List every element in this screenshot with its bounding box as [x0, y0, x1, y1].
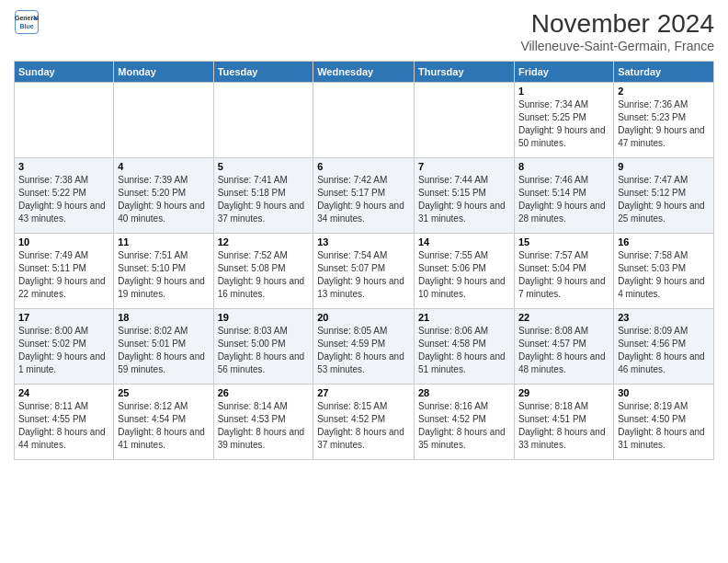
calendar-cell: 29Sunrise: 8:18 AM Sunset: 4:51 PM Dayli… [514, 385, 613, 460]
day-info: Sunrise: 8:18 AM Sunset: 4:51 PM Dayligh… [518, 400, 609, 452]
logo: General Blue [14, 9, 40, 35]
calendar-cell: 20Sunrise: 8:05 AM Sunset: 4:59 PM Dayli… [313, 309, 415, 385]
day-number: 17 [18, 312, 109, 323]
calendar-week-row: 17Sunrise: 8:00 AM Sunset: 5:02 PM Dayli… [15, 309, 714, 385]
calendar-cell: 5Sunrise: 7:41 AM Sunset: 5:18 PM Daylig… [213, 158, 313, 234]
calendar-cell: 2Sunrise: 7:36 AM Sunset: 5:23 PM Daylig… [614, 83, 714, 158]
calendar-cell: 28Sunrise: 8:16 AM Sunset: 4:52 PM Dayli… [415, 385, 515, 460]
col-thursday: Thursday [415, 62, 515, 83]
month-title: November 2024 [520, 9, 714, 39]
location: Villeneuve-Saint-Germain, France [520, 39, 714, 53]
svg-rect-0 [16, 11, 39, 34]
day-info: Sunrise: 7:39 AM Sunset: 5:20 PM Dayligh… [118, 174, 209, 225]
day-number: 22 [518, 312, 609, 323]
calendar-cell: 7Sunrise: 7:44 AM Sunset: 5:15 PM Daylig… [415, 158, 515, 234]
day-info: Sunrise: 8:15 AM Sunset: 4:52 PM Dayligh… [317, 400, 410, 452]
calendar-cell: 13Sunrise: 7:54 AM Sunset: 5:07 PM Dayli… [313, 234, 415, 309]
day-info: Sunrise: 7:44 AM Sunset: 5:15 PM Dayligh… [418, 174, 510, 225]
day-info: Sunrise: 8:11 AM Sunset: 4:55 PM Dayligh… [18, 400, 109, 452]
day-number: 30 [618, 387, 710, 398]
calendar-cell [415, 83, 515, 158]
day-info: Sunrise: 8:09 AM Sunset: 4:56 PM Dayligh… [618, 325, 710, 376]
calendar-cell: 18Sunrise: 8:02 AM Sunset: 5:01 PM Dayli… [114, 309, 213, 385]
calendar-cell [114, 83, 213, 158]
day-number: 15 [518, 236, 609, 247]
day-number: 27 [317, 387, 410, 398]
calendar-cell: 9Sunrise: 7:47 AM Sunset: 5:12 PM Daylig… [614, 158, 714, 234]
day-info: Sunrise: 8:19 AM Sunset: 4:50 PM Dayligh… [618, 400, 710, 452]
day-info: Sunrise: 7:41 AM Sunset: 5:18 PM Dayligh… [218, 174, 310, 225]
day-info: Sunrise: 8:12 AM Sunset: 4:54 PM Dayligh… [118, 400, 209, 452]
col-friday: Friday [514, 62, 613, 83]
day-info: Sunrise: 8:05 AM Sunset: 4:59 PM Dayligh… [317, 325, 410, 376]
day-info: Sunrise: 7:51 AM Sunset: 5:10 PM Dayligh… [118, 249, 209, 301]
calendar-cell: 21Sunrise: 8:06 AM Sunset: 4:58 PM Dayli… [415, 309, 515, 385]
header: General Blue November 2024 Villeneuve-Sa… [14, 9, 714, 53]
calendar: Sunday Monday Tuesday Wednesday Thursday… [14, 61, 714, 460]
day-number: 9 [618, 161, 710, 172]
day-info: Sunrise: 7:58 AM Sunset: 5:03 PM Dayligh… [618, 249, 710, 301]
calendar-header-row: Sunday Monday Tuesday Wednesday Thursday… [15, 62, 714, 83]
day-number: 8 [518, 161, 609, 172]
day-info: Sunrise: 7:54 AM Sunset: 5:07 PM Dayligh… [317, 249, 410, 301]
calendar-cell: 23Sunrise: 8:09 AM Sunset: 4:56 PM Dayli… [614, 309, 714, 385]
col-wednesday: Wednesday [313, 62, 415, 83]
day-number: 10 [18, 236, 109, 247]
calendar-cell: 11Sunrise: 7:51 AM Sunset: 5:10 PM Dayli… [114, 234, 213, 309]
day-number: 19 [218, 312, 310, 323]
day-number: 3 [18, 161, 109, 172]
calendar-cell: 16Sunrise: 7:58 AM Sunset: 5:03 PM Dayli… [614, 234, 714, 309]
calendar-week-row: 3Sunrise: 7:38 AM Sunset: 5:22 PM Daylig… [15, 158, 714, 234]
day-number: 12 [218, 236, 310, 247]
day-number: 26 [218, 387, 310, 398]
calendar-cell: 4Sunrise: 7:39 AM Sunset: 5:20 PM Daylig… [114, 158, 213, 234]
day-info: Sunrise: 7:52 AM Sunset: 5:08 PM Dayligh… [218, 249, 310, 301]
day-number: 16 [618, 236, 710, 247]
day-info: Sunrise: 7:42 AM Sunset: 5:17 PM Dayligh… [317, 174, 410, 225]
day-info: Sunrise: 8:08 AM Sunset: 4:57 PM Dayligh… [518, 325, 609, 376]
day-number: 29 [518, 387, 609, 398]
calendar-cell: 27Sunrise: 8:15 AM Sunset: 4:52 PM Dayli… [313, 385, 415, 460]
day-number: 13 [317, 236, 410, 247]
calendar-cell [213, 83, 313, 158]
calendar-cell: 19Sunrise: 8:03 AM Sunset: 5:00 PM Dayli… [213, 309, 313, 385]
day-info: Sunrise: 8:14 AM Sunset: 4:53 PM Dayligh… [218, 400, 310, 452]
day-number: 20 [317, 312, 410, 323]
day-info: Sunrise: 7:34 AM Sunset: 5:25 PM Dayligh… [518, 98, 609, 150]
day-info: Sunrise: 8:06 AM Sunset: 4:58 PM Dayligh… [418, 325, 510, 376]
day-number: 28 [418, 387, 510, 398]
col-tuesday: Tuesday [213, 62, 313, 83]
calendar-cell: 8Sunrise: 7:46 AM Sunset: 5:14 PM Daylig… [514, 158, 613, 234]
col-sunday: Sunday [15, 62, 114, 83]
day-number: 4 [118, 161, 209, 172]
day-number: 7 [418, 161, 510, 172]
day-number: 18 [118, 312, 209, 323]
day-info: Sunrise: 8:16 AM Sunset: 4:52 PM Dayligh… [418, 400, 510, 452]
day-number: 25 [118, 387, 209, 398]
day-number: 11 [118, 236, 209, 247]
calendar-cell: 1Sunrise: 7:34 AM Sunset: 5:25 PM Daylig… [514, 83, 613, 158]
title-block: November 2024 Villeneuve-Saint-Germain, … [520, 9, 714, 53]
calendar-cell: 12Sunrise: 7:52 AM Sunset: 5:08 PM Dayli… [213, 234, 313, 309]
day-info: Sunrise: 8:03 AM Sunset: 5:00 PM Dayligh… [218, 325, 310, 376]
day-info: Sunrise: 7:57 AM Sunset: 5:04 PM Dayligh… [518, 249, 609, 301]
day-number: 21 [418, 312, 510, 323]
calendar-cell: 14Sunrise: 7:55 AM Sunset: 5:06 PM Dayli… [415, 234, 515, 309]
day-info: Sunrise: 7:49 AM Sunset: 5:11 PM Dayligh… [18, 249, 109, 301]
day-number: 14 [418, 236, 510, 247]
col-monday: Monday [114, 62, 213, 83]
calendar-cell: 22Sunrise: 8:08 AM Sunset: 4:57 PM Dayli… [514, 309, 613, 385]
day-number: 23 [618, 312, 710, 323]
svg-text:Blue: Blue [19, 23, 33, 29]
calendar-cell: 6Sunrise: 7:42 AM Sunset: 5:17 PM Daylig… [313, 158, 415, 234]
calendar-week-row: 10Sunrise: 7:49 AM Sunset: 5:11 PM Dayli… [15, 234, 714, 309]
day-number: 24 [18, 387, 109, 398]
calendar-cell: 3Sunrise: 7:38 AM Sunset: 5:22 PM Daylig… [15, 158, 114, 234]
day-number: 1 [518, 86, 609, 97]
day-number: 5 [218, 161, 310, 172]
day-number: 6 [317, 161, 410, 172]
calendar-week-row: 1Sunrise: 7:34 AM Sunset: 5:25 PM Daylig… [15, 83, 714, 158]
calendar-week-row: 24Sunrise: 8:11 AM Sunset: 4:55 PM Dayli… [15, 385, 714, 460]
calendar-cell: 24Sunrise: 8:11 AM Sunset: 4:55 PM Dayli… [15, 385, 114, 460]
day-info: Sunrise: 7:46 AM Sunset: 5:14 PM Dayligh… [518, 174, 609, 225]
